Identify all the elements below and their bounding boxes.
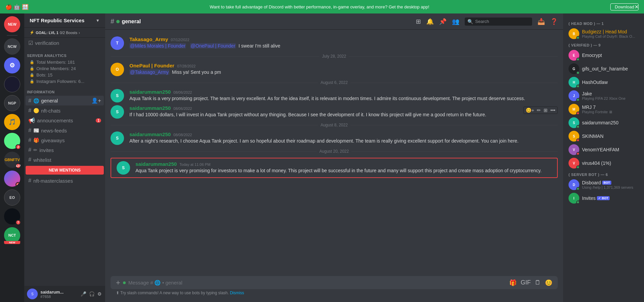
member-hashoutlaw[interactable]: H HashOutlaw xyxy=(566,76,641,89)
status-skinman xyxy=(576,139,580,142)
member-jake[interactable]: J Jake Playing FIFA 22 Xbox One xyxy=(566,89,641,102)
member-gifs[interactable]: G gifs_out_for_harambe xyxy=(566,62,641,76)
member-virus[interactable]: V virus404 (1%) xyxy=(566,156,641,170)
member-emocrypt[interactable]: E Emocrypt xyxy=(566,49,641,62)
hash-icon-header: # xyxy=(111,18,114,25)
gift-button[interactable]: 🎁 xyxy=(509,279,517,286)
notification-bell-icon[interactable]: 🔔 xyxy=(426,18,434,25)
status-saidarumman xyxy=(576,125,580,128)
channel-item-invites[interactable]: # ✏ invites xyxy=(26,145,104,155)
gif-button[interactable]: GIF xyxy=(521,279,531,286)
status-emocrypt xyxy=(576,58,580,61)
channel-invites-label: invites xyxy=(39,147,54,153)
settings-icon[interactable]: ⚙ xyxy=(97,291,102,297)
member-name-mrj7: MRJ 7 xyxy=(582,104,612,110)
status-disboard xyxy=(576,187,580,190)
input-action-buttons: 🎁 GIF 🗒 😊 xyxy=(509,279,552,286)
channel-item-whitelist[interactable]: # whitelist xyxy=(26,155,104,164)
members-icon[interactable]: 👥 xyxy=(452,18,459,25)
msg-timestamp-said4: Today at 11:06 PM xyxy=(180,162,211,167)
more-icon[interactable]: ••• xyxy=(550,108,555,113)
chat-header: # general ⊞ 🔔 📌 👥 🔍 📥 ❓ xyxy=(105,13,563,30)
avatar-said1: S xyxy=(111,89,124,102)
msg-username-said1[interactable]: saidarumman250 xyxy=(129,89,171,95)
server-icon-avatar[interactable]: 17 xyxy=(4,171,20,187)
banner-close-button[interactable]: × xyxy=(635,3,639,11)
deafen-icon[interactable]: 🎧 xyxy=(88,291,95,297)
server-icon-eo[interactable]: EO xyxy=(4,189,20,206)
search-bar[interactable]: 🔍 xyxy=(465,18,532,26)
channel-item-news-feeds[interactable]: # 📰 news-feeds xyxy=(26,126,104,135)
member-disboard[interactable]: D Disboard BOT Using /help | 1,371,369 s… xyxy=(566,178,641,191)
server-icon-ngp[interactable]: NGP xyxy=(4,95,20,111)
member-mrj7[interactable]: M MRJ 7 Playing Fortnite 🖥 xyxy=(566,102,641,116)
mute-icon[interactable]: 🎤 xyxy=(80,291,87,297)
edit-icon[interactable]: ✏ xyxy=(537,108,541,113)
react-icon[interactable]: 😊+ xyxy=(526,108,534,113)
add-attachment-button[interactable]: + xyxy=(116,278,120,287)
avatar-takasago: T xyxy=(111,36,124,50)
members-sidebar: ( HEAD MOD ) — 1 B Budgiezz | Head Mod P… xyxy=(563,13,644,302)
notification-badge-17: 17 xyxy=(16,182,20,187)
new-mentions-button[interactable]: NEW MENTIONS xyxy=(26,166,104,175)
status-hashoutlaw xyxy=(576,85,580,88)
msg-username-said2[interactable]: saidarumman250 xyxy=(129,105,171,111)
channel-item-nft-masterclasses[interactable]: # nft-masterclasses xyxy=(26,176,104,185)
msg-username-said4[interactable]: saidarumman250 xyxy=(135,161,177,167)
channel-item-giveaways[interactable]: # 🎁 giveaways xyxy=(26,135,104,145)
emoji-button[interactable]: 😊 xyxy=(545,279,552,286)
server-icon-yellow[interactable]: 🎵 xyxy=(4,114,20,130)
help-icon[interactable]: ❓ xyxy=(550,18,558,25)
date-divider-aug8: August 8, 2022 xyxy=(105,120,563,130)
msg-text-said1: Aqua Tank is a very promising project. T… xyxy=(129,95,558,102)
news-emoji: 📰 xyxy=(33,128,39,133)
server-icon-green[interactable]: 2 xyxy=(4,133,20,149)
msg-header-said4: saidarumman250 Today at 11:06 PM xyxy=(135,161,552,167)
server-icon-nct[interactable]: NCT NEW xyxy=(4,227,20,243)
member-saidarumman[interactable]: S saidarumman250 xyxy=(566,116,641,129)
sticker-button[interactable]: 🗒 xyxy=(535,279,541,286)
server-icon-ncw[interactable]: NCW xyxy=(4,38,20,55)
server-icon-dark[interactable] xyxy=(4,76,20,92)
msg-content-said1: saidarumman250 08/06/2022 Aqua Tank is a… xyxy=(129,89,558,102)
member-info-mrj7: MRJ 7 Playing Fortnite 🖥 xyxy=(582,104,612,114)
server-icon-dark2[interactable]: 7 xyxy=(4,208,20,224)
channel-item-announcements[interactable]: 📢 announcements 1 xyxy=(26,116,104,125)
channel-masterclasses-label: nft-masterclasses xyxy=(33,178,73,184)
msg-header-said2: saidarumman250 08/06/2022 xyxy=(129,105,558,111)
dismiss-button[interactable]: Dismiss xyxy=(230,291,244,295)
member-venom[interactable]: V VenomYEAHFAM xyxy=(566,143,641,156)
member-name-saidarumman: saidarumman250 xyxy=(582,120,618,125)
member-invites-bot[interactable]: I Invites ✓ BOT xyxy=(566,191,641,205)
server-icon-purple[interactable]: ⚙ xyxy=(4,57,20,73)
member-info-budgiezz: Budgiezz | Head Mod Playing Call of Duty… xyxy=(582,29,635,38)
thread-icon[interactable]: ⊞ xyxy=(544,108,548,113)
message-input[interactable] xyxy=(128,276,507,289)
channel-item-nft-chats[interactable]: # 🟡 nft-chats xyxy=(26,106,104,115)
msg-username-onepaul[interactable]: OnePaul | Founder xyxy=(129,63,174,68)
msg-header-said1: saidarumman250 08/06/2022 xyxy=(129,89,558,95)
boost-bar[interactable]: ⚡ GOAL: LVL 1 0/2 Boosts › xyxy=(24,28,105,38)
channel-item-general[interactable]: # 🌐 general 👤+ xyxy=(26,96,104,105)
channel-item-verification[interactable]: ☑ verification xyxy=(26,38,104,48)
channel-whitelist-label: whitelist xyxy=(33,157,51,163)
msg-username-said3[interactable]: saidarumman250 xyxy=(129,131,171,137)
add-member-icon[interactable]: 👤+ xyxy=(91,97,101,104)
chat-area: # general ⊞ 🔔 📌 👥 🔍 📥 ❓ T xyxy=(105,13,563,302)
member-status-budgiezz: Playing Call of Duty®: Black O... xyxy=(582,34,635,38)
member-info-disboard: Disboard BOT Using /help | 1,371,369 ser… xyxy=(582,180,633,189)
analytics-instagram: 🔒 Instagram Followers: 6... xyxy=(24,78,105,85)
pin-icon[interactable]: 📌 xyxy=(439,18,447,25)
member-budgiezz[interactable]: B Budgiezz | Head Mod Playing Call of Du… xyxy=(566,27,641,40)
msg-text-said2: If I had 10000 dollars, I will invest in… xyxy=(129,112,558,118)
server-icon-gbnftv[interactable]: GBNFTV 127 xyxy=(4,152,20,168)
inbox-icon[interactable]: 📥 xyxy=(538,18,545,25)
member-skinman[interactable]: S SKINMAN xyxy=(566,129,641,143)
msg-username-takasago[interactable]: Takasago_Army xyxy=(129,36,168,42)
search-input[interactable] xyxy=(475,19,529,24)
server-icon-new[interactable]: NEW xyxy=(4,16,20,32)
msg-timestamp-onepaul: 07/28/2022 xyxy=(177,64,195,68)
server-name-header[interactable]: NFT Republic Services ▼ xyxy=(24,13,105,28)
user-panel: S saidarum... #7658 🎤 🎧 ⚙ xyxy=(24,286,105,302)
hash-action-icon[interactable]: ⊞ xyxy=(416,18,421,25)
